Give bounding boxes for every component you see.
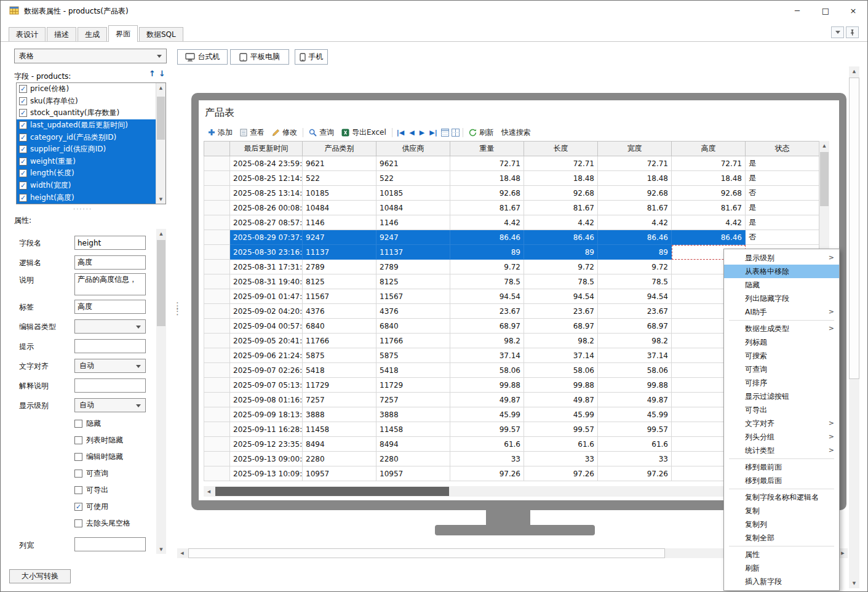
table-cell[interactable]: 18.48 [450, 171, 524, 186]
table-cell[interactable]: 2280 [303, 452, 376, 466]
menu-item[interactable]: 复制字段名称和逻辑名 [724, 490, 839, 504]
table-cell[interactable]: 9247 [303, 230, 376, 245]
table-cell[interactable]: 2025-09-13 09:00:4 [230, 452, 303, 466]
menu-item[interactable]: 文字对齐> [724, 417, 839, 430]
table-cell[interactable]: 78.5 [524, 274, 598, 289]
table-cell[interactable]: 1146 [376, 215, 450, 230]
table-cell[interactable]: 4.42 [524, 215, 598, 230]
table-cell[interactable]: 2025-09-08 01:16:3 [230, 393, 303, 407]
checkbox-icon[interactable] [74, 519, 82, 527]
menu-item[interactable]: 属性 [724, 548, 839, 561]
table-cell[interactable]: 94.54 [524, 289, 598, 304]
table-cell[interactable]: 9621 [376, 156, 450, 171]
table-cell[interactable]: 6840 [303, 319, 376, 334]
table-cell[interactable]: 2025-09-01 01:47:4 [230, 289, 303, 304]
table-row[interactable]: 2025-08-27 08:57:5114611464.424.424.424.… [204, 215, 819, 230]
table-cell[interactable]: 5875 [303, 348, 376, 363]
column-width-input[interactable] [74, 537, 146, 551]
scroll-down-button[interactable]: ▼ [156, 545, 166, 554]
table-cell[interactable]: 92.68 [672, 186, 746, 201]
table-row[interactable]: 2025-08-25 13:14:4101851018592.6892.6892… [204, 186, 819, 201]
tag-input[interactable] [74, 300, 146, 314]
table-cell[interactable]: 2025-08-30 23:16:0 [230, 245, 303, 260]
table-cell[interactable]: 68.97 [598, 319, 672, 334]
hint-input[interactable] [74, 339, 146, 353]
table-cell[interactable]: 2025-09-09 18:13:0 [230, 407, 303, 422]
table-cell[interactable]: 78.5 [598, 274, 672, 289]
table-row[interactable]: 2025-08-25 12:14:352252218.4818.4818.481… [204, 171, 819, 186]
splitter-dots-horizontal[interactable]: ······ [73, 206, 92, 212]
table-cell[interactable]: 522 [303, 171, 376, 186]
checkbox-icon[interactable]: ✓ [19, 85, 27, 93]
table-cell[interactable]: 9247 [376, 230, 450, 245]
menu-item[interactable]: 可查询 [724, 362, 839, 376]
checkbox-icon[interactable]: ✓ [19, 182, 27, 190]
column-header[interactable]: 产品类别 [303, 142, 376, 156]
logical-name-input[interactable] [74, 255, 146, 270]
description-input[interactable]: 产品的高度信息， [74, 273, 146, 295]
table-cell[interactable]: 86.46 [598, 230, 672, 245]
menu-item[interactable]: 移到最后面 [724, 474, 839, 487]
table-cell[interactable]: 3888 [376, 407, 450, 422]
table-cell[interactable]: 58.06 [598, 363, 672, 378]
menu-item[interactable]: 插入新字段 [724, 575, 839, 588]
menu-item[interactable]: 复制列 [724, 518, 839, 531]
properties-scrollbar[interactable]: ▲ ▼ [156, 229, 166, 554]
menu-item[interactable]: AI助手> [724, 305, 839, 319]
table-cell[interactable]: 58.06 [450, 363, 524, 378]
text-align-dropdown[interactable]: 自动 [74, 359, 146, 373]
field-list-item[interactable]: ✓width(宽度) [17, 180, 156, 192]
table-cell[interactable]: 98.2 [450, 334, 524, 348]
table-cell[interactable]: 18.48 [598, 171, 672, 186]
table-cell[interactable]: 9.72 [524, 260, 598, 274]
nav-next-button[interactable]: ▶ [417, 129, 427, 137]
move-field-down-button[interactable]: ↓ [159, 69, 165, 78]
tab-1[interactable]: 表设计 [9, 27, 46, 41]
checkbox-icon[interactable] [74, 420, 82, 428]
table-cell[interactable]: 98.2 [524, 334, 598, 348]
property-checkbox-row[interactable]: 编辑时隐藏 [74, 449, 165, 465]
menu-item[interactable]: 移到最前面 [724, 460, 839, 474]
table-cell[interactable]: 18.48 [672, 171, 746, 186]
table-cell[interactable]: 2025-08-26 00:08:0 [230, 201, 303, 215]
table-cell[interactable]: 94.54 [450, 289, 524, 304]
menu-item[interactable]: 可搜索 [724, 349, 839, 362]
grid-view-icon[interactable] [441, 129, 449, 137]
tab-5[interactable]: 数据SQL [139, 27, 183, 41]
menu-item[interactable]: 显示过滤按钮 [724, 390, 839, 403]
modify-button[interactable]: 修改 [268, 126, 301, 139]
table-cell[interactable]: 否 [746, 186, 819, 201]
table-cell[interactable]: 4.42 [598, 215, 672, 230]
table-cell[interactable]: 97.26 [450, 466, 524, 481]
table-cell[interactable]: 99.57 [598, 422, 672, 437]
maximize-button[interactable]: □ [812, 1, 839, 20]
device-phone-button[interactable]: 手机 [295, 49, 328, 65]
table-cell[interactable]: 6840 [376, 319, 450, 334]
table-cell[interactable]: 92.68 [450, 186, 524, 201]
field-list-item[interactable]: ✓price(价格) [17, 83, 156, 95]
column-header[interactable]: 状态 [746, 142, 819, 156]
scrollbar-thumb[interactable] [157, 240, 165, 326]
field-list-item[interactable]: ✓stock_quantity(库存数量) [17, 107, 156, 119]
table-cell[interactable]: 是 [746, 156, 819, 171]
table-cell[interactable]: 86.46 [450, 230, 524, 245]
table-cell[interactable]: 10185 [303, 186, 376, 201]
table-cell[interactable]: 2025-08-25 12:14:3 [230, 171, 303, 186]
splitter-dots-vertical[interactable]: ⋮⋮ [173, 303, 182, 314]
add-button[interactable]: 添加 [204, 126, 236, 139]
table-cell[interactable]: 否 [746, 230, 819, 245]
table-cell[interactable]: 23.67 [450, 304, 524, 319]
close-icon[interactable]: × [839, 1, 867, 20]
table-cell[interactable]: 49.87 [598, 393, 672, 407]
nav-first-button[interactable]: |◀ [394, 129, 407, 137]
checkbox-icon[interactable] [74, 453, 82, 461]
checkbox-icon[interactable]: ✓ [19, 109, 27, 117]
table-cell[interactable]: 是 [746, 215, 819, 230]
field-list-item[interactable]: ✓category_id(产品类别ID) [17, 131, 156, 143]
menu-item[interactable]: 可排序 [724, 376, 839, 390]
table-cell[interactable]: 61.6 [524, 437, 598, 452]
table-cell[interactable]: 522 [376, 171, 450, 186]
table-cell[interactable]: 1146 [303, 215, 376, 230]
table-cell[interactable]: 2789 [303, 260, 376, 274]
table-cell[interactable]: 86.46 [524, 230, 598, 245]
